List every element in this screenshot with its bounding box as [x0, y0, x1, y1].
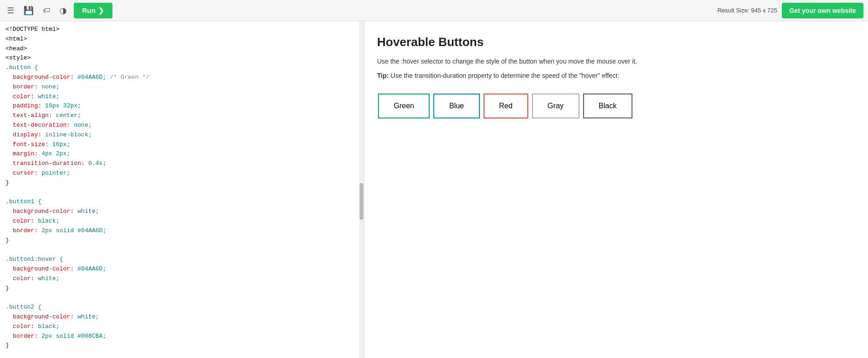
- preview-title: Hoverable Buttons: [377, 35, 855, 49]
- save-icon: 💾: [24, 6, 34, 16]
- preview-description: Use the :hover selector to change the st…: [377, 57, 855, 66]
- run-button[interactable]: Run ❯: [74, 3, 112, 18]
- contrast-icon-button[interactable]: ◑: [57, 3, 69, 18]
- hamburger-icon: ☰: [7, 6, 14, 16]
- main-layout: <!DOCTYPE html> <html> <head> <style> .b…: [0, 21, 868, 358]
- demo-button-green[interactable]: Green: [378, 94, 430, 118]
- tag-icon-button[interactable]: 🏷: [41, 4, 53, 17]
- menu-icon-button[interactable]: ☰: [5, 3, 17, 18]
- preview-tip: Tip: Use the transition-duration propert…: [377, 71, 855, 81]
- code-editor-panel[interactable]: <!DOCTYPE html> <html> <head> <style> .b…: [0, 21, 364, 358]
- run-arrow-icon: ❯: [98, 6, 104, 15]
- demo-buttons-row: GreenBlueRedGrayBlack: [377, 92, 855, 120]
- tip-label: Tip:: [377, 72, 389, 79]
- demo-button-gray[interactable]: Gray: [532, 94, 579, 118]
- get-website-button[interactable]: Get your own website: [782, 3, 863, 18]
- save-icon-button[interactable]: 💾: [21, 3, 36, 18]
- result-size-label: Result Size: 945 x 725: [717, 7, 777, 14]
- tag-icon: 🏷: [43, 6, 50, 15]
- contrast-icon: ◑: [59, 6, 67, 16]
- toolbar: ☰ 💾 🏷 ◑ Run ❯ Result Size: 945 x 725 Get…: [0, 0, 868, 21]
- demo-button-blue[interactable]: Blue: [433, 94, 479, 118]
- preview-panel: Hoverable Buttons Use the :hover selecto…: [364, 21, 868, 358]
- run-label: Run: [82, 6, 95, 14]
- demo-button-red[interactable]: Red: [484, 94, 528, 118]
- tip-text: Use the transition-duration property to …: [389, 72, 619, 79]
- demo-button-black[interactable]: Black: [583, 94, 632, 118]
- code-content: <!DOCTYPE html> <html> <head> <style> .b…: [0, 21, 364, 358]
